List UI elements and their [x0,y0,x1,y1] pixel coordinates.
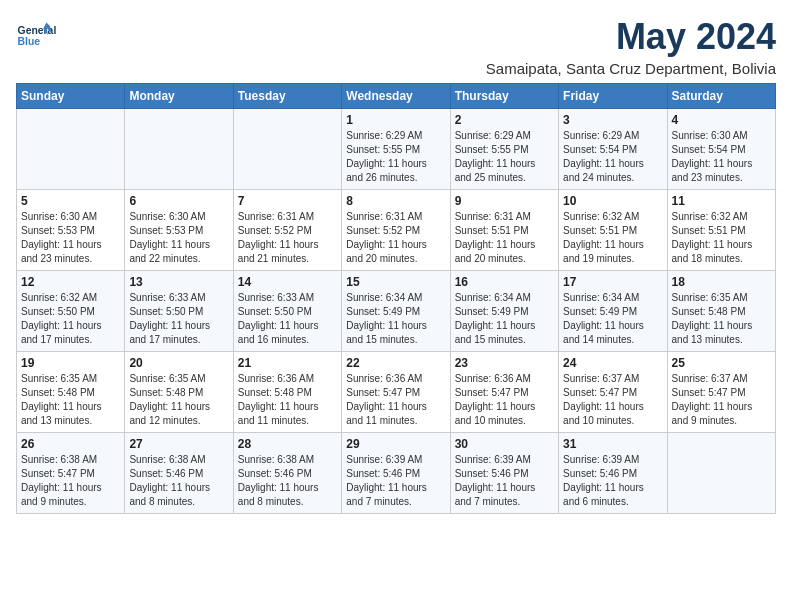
calendar-cell: 1Sunrise: 6:29 AM Sunset: 5:55 PM Daylig… [342,109,450,190]
calendar-cell [125,109,233,190]
cell-info: Sunrise: 6:35 AM Sunset: 5:48 PM Dayligh… [129,372,228,428]
calendar-cell: 14Sunrise: 6:33 AM Sunset: 5:50 PM Dayli… [233,271,341,352]
calendar-week-3: 19Sunrise: 6:35 AM Sunset: 5:48 PM Dayli… [17,352,776,433]
cell-info: Sunrise: 6:32 AM Sunset: 5:50 PM Dayligh… [21,291,120,347]
calendar-cell: 8Sunrise: 6:31 AM Sunset: 5:52 PM Daylig… [342,190,450,271]
day-number: 31 [563,437,662,451]
svg-text:Blue: Blue [18,36,41,47]
cell-info: Sunrise: 6:39 AM Sunset: 5:46 PM Dayligh… [346,453,445,509]
calendar-cell: 23Sunrise: 6:36 AM Sunset: 5:47 PM Dayli… [450,352,558,433]
day-number: 30 [455,437,554,451]
calendar-cell: 7Sunrise: 6:31 AM Sunset: 5:52 PM Daylig… [233,190,341,271]
day-number: 10 [563,194,662,208]
day-number: 12 [21,275,120,289]
cell-info: Sunrise: 6:37 AM Sunset: 5:47 PM Dayligh… [563,372,662,428]
cell-info: Sunrise: 6:31 AM Sunset: 5:52 PM Dayligh… [238,210,337,266]
calendar-cell: 25Sunrise: 6:37 AM Sunset: 5:47 PM Dayli… [667,352,775,433]
day-number: 19 [21,356,120,370]
cell-info: Sunrise: 6:29 AM Sunset: 5:55 PM Dayligh… [346,129,445,185]
col-header-friday: Friday [559,84,667,109]
day-number: 20 [129,356,228,370]
calendar-cell: 17Sunrise: 6:34 AM Sunset: 5:49 PM Dayli… [559,271,667,352]
calendar-week-4: 26Sunrise: 6:38 AM Sunset: 5:47 PM Dayli… [17,433,776,514]
calendar-cell: 6Sunrise: 6:30 AM Sunset: 5:53 PM Daylig… [125,190,233,271]
calendar-cell: 19Sunrise: 6:35 AM Sunset: 5:48 PM Dayli… [17,352,125,433]
page-header: General Blue May 2024 Samaipata, Santa C… [16,16,776,77]
calendar-cell: 20Sunrise: 6:35 AM Sunset: 5:48 PM Dayli… [125,352,233,433]
day-number: 15 [346,275,445,289]
cell-info: Sunrise: 6:29 AM Sunset: 5:54 PM Dayligh… [563,129,662,185]
calendar-cell: 27Sunrise: 6:38 AM Sunset: 5:46 PM Dayli… [125,433,233,514]
cell-info: Sunrise: 6:34 AM Sunset: 5:49 PM Dayligh… [455,291,554,347]
cell-info: Sunrise: 6:39 AM Sunset: 5:46 PM Dayligh… [563,453,662,509]
day-number: 24 [563,356,662,370]
calendar-cell: 16Sunrise: 6:34 AM Sunset: 5:49 PM Dayli… [450,271,558,352]
calendar-cell: 2Sunrise: 6:29 AM Sunset: 5:55 PM Daylig… [450,109,558,190]
cell-info: Sunrise: 6:36 AM Sunset: 5:47 PM Dayligh… [455,372,554,428]
logo-icon: General Blue [16,16,56,56]
calendar-cell [667,433,775,514]
cell-info: Sunrise: 6:30 AM Sunset: 5:53 PM Dayligh… [21,210,120,266]
cell-info: Sunrise: 6:30 AM Sunset: 5:54 PM Dayligh… [672,129,771,185]
calendar-cell: 30Sunrise: 6:39 AM Sunset: 5:46 PM Dayli… [450,433,558,514]
day-number: 7 [238,194,337,208]
cell-info: Sunrise: 6:38 AM Sunset: 5:47 PM Dayligh… [21,453,120,509]
calendar-cell: 11Sunrise: 6:32 AM Sunset: 5:51 PM Dayli… [667,190,775,271]
calendar-cell: 24Sunrise: 6:37 AM Sunset: 5:47 PM Dayli… [559,352,667,433]
day-number: 6 [129,194,228,208]
cell-info: Sunrise: 6:37 AM Sunset: 5:47 PM Dayligh… [672,372,771,428]
calendar-cell [17,109,125,190]
month-title: May 2024 [486,16,776,58]
calendar-cell: 5Sunrise: 6:30 AM Sunset: 5:53 PM Daylig… [17,190,125,271]
logo: General Blue [16,16,56,56]
cell-info: Sunrise: 6:32 AM Sunset: 5:51 PM Dayligh… [672,210,771,266]
cell-info: Sunrise: 6:32 AM Sunset: 5:51 PM Dayligh… [563,210,662,266]
day-number: 26 [21,437,120,451]
day-number: 8 [346,194,445,208]
calendar-cell: 13Sunrise: 6:33 AM Sunset: 5:50 PM Dayli… [125,271,233,352]
cell-info: Sunrise: 6:36 AM Sunset: 5:47 PM Dayligh… [346,372,445,428]
calendar-cell: 3Sunrise: 6:29 AM Sunset: 5:54 PM Daylig… [559,109,667,190]
day-number: 13 [129,275,228,289]
day-number: 14 [238,275,337,289]
location-title: Samaipata, Santa Cruz Department, Bolivi… [486,60,776,77]
cell-info: Sunrise: 6:33 AM Sunset: 5:50 PM Dayligh… [238,291,337,347]
col-header-monday: Monday [125,84,233,109]
cell-info: Sunrise: 6:34 AM Sunset: 5:49 PM Dayligh… [346,291,445,347]
calendar-cell: 15Sunrise: 6:34 AM Sunset: 5:49 PM Dayli… [342,271,450,352]
day-number: 23 [455,356,554,370]
cell-info: Sunrise: 6:29 AM Sunset: 5:55 PM Dayligh… [455,129,554,185]
day-number: 3 [563,113,662,127]
day-number: 29 [346,437,445,451]
day-number: 5 [21,194,120,208]
day-number: 16 [455,275,554,289]
cell-info: Sunrise: 6:35 AM Sunset: 5:48 PM Dayligh… [672,291,771,347]
calendar-cell: 9Sunrise: 6:31 AM Sunset: 5:51 PM Daylig… [450,190,558,271]
calendar-table: SundayMondayTuesdayWednesdayThursdayFrid… [16,83,776,514]
cell-info: Sunrise: 6:38 AM Sunset: 5:46 PM Dayligh… [129,453,228,509]
day-number: 11 [672,194,771,208]
cell-info: Sunrise: 6:39 AM Sunset: 5:46 PM Dayligh… [455,453,554,509]
day-number: 25 [672,356,771,370]
cell-info: Sunrise: 6:35 AM Sunset: 5:48 PM Dayligh… [21,372,120,428]
cell-info: Sunrise: 6:31 AM Sunset: 5:51 PM Dayligh… [455,210,554,266]
cell-info: Sunrise: 6:30 AM Sunset: 5:53 PM Dayligh… [129,210,228,266]
calendar-cell: 22Sunrise: 6:36 AM Sunset: 5:47 PM Dayli… [342,352,450,433]
calendar-cell: 12Sunrise: 6:32 AM Sunset: 5:50 PM Dayli… [17,271,125,352]
day-number: 1 [346,113,445,127]
title-block: May 2024 Samaipata, Santa Cruz Departmen… [486,16,776,77]
calendar-cell: 29Sunrise: 6:39 AM Sunset: 5:46 PM Dayli… [342,433,450,514]
day-number: 17 [563,275,662,289]
col-header-tuesday: Tuesday [233,84,341,109]
day-number: 28 [238,437,337,451]
cell-info: Sunrise: 6:33 AM Sunset: 5:50 PM Dayligh… [129,291,228,347]
calendar-week-2: 12Sunrise: 6:32 AM Sunset: 5:50 PM Dayli… [17,271,776,352]
day-number: 27 [129,437,228,451]
calendar-cell: 21Sunrise: 6:36 AM Sunset: 5:48 PM Dayli… [233,352,341,433]
cell-info: Sunrise: 6:34 AM Sunset: 5:49 PM Dayligh… [563,291,662,347]
day-number: 9 [455,194,554,208]
calendar-cell [233,109,341,190]
col-header-saturday: Saturday [667,84,775,109]
col-header-thursday: Thursday [450,84,558,109]
calendar-cell: 28Sunrise: 6:38 AM Sunset: 5:46 PM Dayli… [233,433,341,514]
